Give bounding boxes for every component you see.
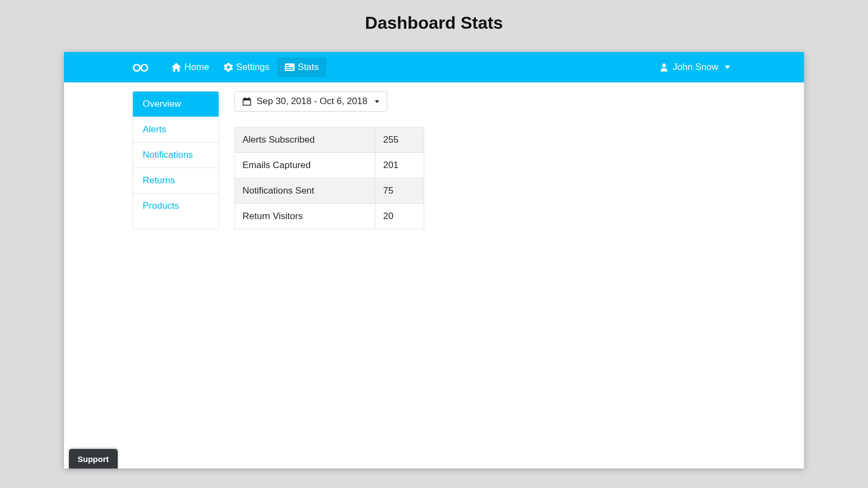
sidebar: Overview Alerts Notifications Returns Pr…: [132, 91, 219, 229]
card-icon: [285, 63, 295, 71]
binoculars-icon: [132, 62, 149, 73]
stat-value: 201: [375, 153, 424, 178]
nav-item-label: Stats: [298, 62, 319, 73]
calendar-icon: [242, 97, 251, 106]
nav-item-settings[interactable]: Settings: [216, 57, 277, 77]
stat-value: 20: [375, 204, 424, 229]
gear-icon: [224, 63, 233, 72]
stat-value: 75: [375, 178, 424, 204]
table-row: Alerts Subscribed 255: [235, 127, 424, 153]
nav-item-home[interactable]: Home: [164, 57, 216, 77]
sidebar-item-label: Notifications: [143, 150, 193, 160]
user-name: John Snow: [673, 62, 718, 73]
app-window: Home Settings Stats: [64, 52, 804, 468]
stat-label: Alerts Subscribed: [235, 127, 375, 153]
sidebar-item-returns[interactable]: Returns: [133, 168, 219, 194]
svg-point-0: [133, 65, 140, 71]
brand-logo[interactable]: [132, 62, 149, 73]
main-panel: Sep 30, 2018 - Oct 6, 2018 Alerts Subscr…: [234, 91, 424, 229]
svg-rect-5: [286, 69, 293, 70]
sidebar-item-label: Alerts: [143, 124, 166, 134]
user-menu[interactable]: John Snow: [654, 57, 736, 77]
date-range-label: Sep 30, 2018 - Oct 6, 2018: [257, 96, 367, 107]
chevron-down-icon: [375, 100, 379, 103]
chevron-down-icon: [725, 66, 730, 69]
support-button[interactable]: Support: [69, 449, 118, 468]
date-range-picker[interactable]: Sep 30, 2018 - Oct 6, 2018: [234, 91, 387, 112]
svg-rect-9: [245, 98, 246, 99]
page-title: Dashboard Stats: [0, 13, 868, 33]
svg-rect-7: [243, 100, 251, 106]
table-row: Notifications Sent 75: [235, 178, 424, 204]
stat-value: 255: [375, 127, 424, 153]
svg-point-1: [141, 65, 148, 71]
sidebar-item-products[interactable]: Products: [133, 194, 219, 219]
sidebar-item-alerts[interactable]: Alerts: [133, 117, 219, 143]
support-label: Support: [78, 454, 109, 464]
nav-item-label: Settings: [236, 62, 269, 73]
nav-item-stats[interactable]: Stats: [277, 57, 327, 77]
sidebar-item-overview[interactable]: Overview: [133, 92, 219, 117]
table-row: Emails Captured 201: [235, 153, 424, 178]
svg-rect-3: [286, 65, 289, 66]
svg-rect-4: [286, 67, 293, 68]
stat-label: Notifications Sent: [235, 178, 375, 204]
stat-label: Return Visitors: [235, 204, 375, 229]
stat-label: Emails Captured: [235, 153, 375, 178]
nav-item-label: Home: [184, 62, 209, 73]
sidebar-item-notifications[interactable]: Notifications: [133, 143, 219, 168]
sidebar-item-label: Returns: [143, 175, 175, 185]
navbar: Home Settings Stats: [64, 52, 804, 82]
home-icon: [171, 63, 181, 72]
sidebar-item-label: Overview: [143, 99, 181, 109]
sidebar-item-label: Products: [143, 201, 179, 211]
content: Overview Alerts Notifications Returns Pr…: [64, 82, 804, 238]
nav-items: Home Settings Stats: [164, 57, 327, 77]
stats-table: Alerts Subscribed 255 Emails Captured 20…: [234, 127, 424, 229]
svg-rect-10: [248, 98, 250, 99]
user-icon: [660, 63, 668, 72]
table-row: Return Visitors 20: [235, 204, 424, 229]
